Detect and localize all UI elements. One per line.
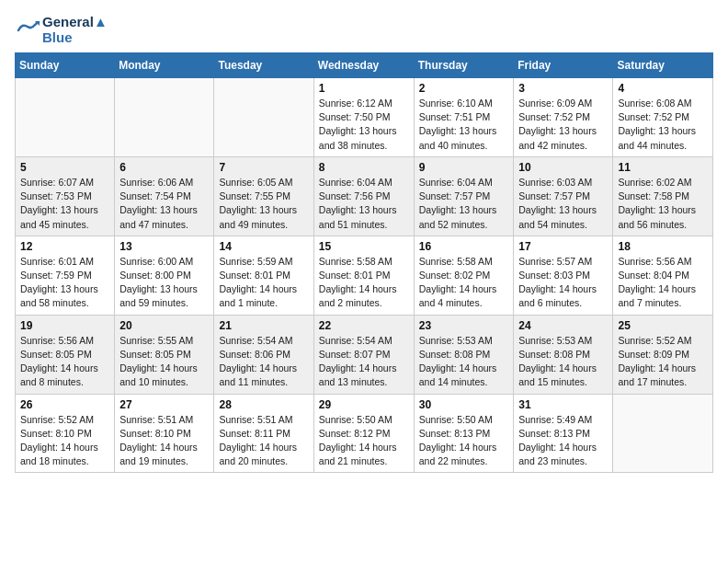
- day-info: Sunrise: 6:00 AM Sunset: 8:00 PM Dayligh…: [119, 255, 209, 311]
- calendar-cell: 14Sunrise: 5:59 AM Sunset: 8:01 PM Dayli…: [214, 236, 313, 315]
- day-info: Sunrise: 5:58 AM Sunset: 8:01 PM Dayligh…: [319, 255, 409, 311]
- calendar-week-row: 19Sunrise: 5:56 AM Sunset: 8:05 PM Dayli…: [16, 315, 713, 394]
- day-number: 14: [219, 240, 308, 253]
- weekday-header-saturday: Saturday: [613, 53, 713, 78]
- day-info: Sunrise: 6:04 AM Sunset: 7:56 PM Dayligh…: [319, 176, 409, 232]
- day-info: Sunrise: 5:49 AM Sunset: 8:13 PM Dayligh…: [518, 413, 608, 469]
- day-info: Sunrise: 6:09 AM Sunset: 7:52 PM Dayligh…: [518, 97, 608, 153]
- logo-icon: [15, 17, 40, 43]
- day-number: 25: [618, 319, 708, 332]
- calendar-cell: 20Sunrise: 5:55 AM Sunset: 8:05 PM Dayli…: [115, 315, 214, 394]
- calendar-week-row: 1Sunrise: 6:12 AM Sunset: 7:50 PM Daylig…: [16, 78, 713, 157]
- calendar-cell: 17Sunrise: 5:57 AM Sunset: 8:03 PM Dayli…: [514, 236, 613, 315]
- day-number: 23: [419, 319, 509, 332]
- day-number: 27: [119, 398, 209, 411]
- weekday-header-monday: Monday: [115, 53, 214, 78]
- calendar-cell: 6Sunrise: 6:06 AM Sunset: 7:54 PM Daylig…: [115, 156, 214, 236]
- calendar-cell: 28Sunrise: 5:51 AM Sunset: 8:11 PM Dayli…: [214, 394, 313, 473]
- calendar-cell: 29Sunrise: 5:50 AM Sunset: 8:12 PM Dayli…: [313, 394, 414, 473]
- day-number: 7: [219, 161, 308, 174]
- day-info: Sunrise: 5:54 AM Sunset: 8:06 PM Dayligh…: [219, 334, 308, 390]
- day-number: 11: [618, 161, 708, 174]
- day-info: Sunrise: 5:52 AM Sunset: 8:10 PM Dayligh…: [20, 413, 109, 469]
- day-number: 1: [319, 82, 409, 95]
- calendar-cell: 8Sunrise: 6:04 AM Sunset: 7:56 PM Daylig…: [313, 156, 414, 236]
- day-info: Sunrise: 6:07 AM Sunset: 7:53 PM Dayligh…: [20, 176, 109, 232]
- calendar-cell: 22Sunrise: 5:54 AM Sunset: 8:07 PM Dayli…: [313, 315, 414, 394]
- weekday-header-row: SundayMondayTuesdayWednesdayThursdayFrid…: [16, 53, 713, 78]
- day-number: 19: [20, 319, 109, 332]
- day-info: Sunrise: 6:12 AM Sunset: 7:50 PM Dayligh…: [319, 97, 409, 153]
- day-number: 15: [319, 240, 409, 253]
- weekday-header-friday: Friday: [514, 53, 613, 78]
- calendar-cell: 10Sunrise: 6:03 AM Sunset: 7:57 PM Dayli…: [514, 156, 613, 236]
- calendar-cell: 16Sunrise: 5:58 AM Sunset: 8:02 PM Dayli…: [414, 236, 514, 315]
- day-info: Sunrise: 5:50 AM Sunset: 8:13 PM Dayligh…: [419, 413, 509, 469]
- weekday-header-wednesday: Wednesday: [313, 53, 414, 78]
- day-info: Sunrise: 5:55 AM Sunset: 8:05 PM Dayligh…: [119, 334, 209, 390]
- day-info: Sunrise: 5:50 AM Sunset: 8:12 PM Dayligh…: [319, 413, 409, 469]
- calendar-cell: 25Sunrise: 5:52 AM Sunset: 8:09 PM Dayli…: [613, 315, 713, 394]
- day-info: Sunrise: 6:04 AM Sunset: 7:57 PM Dayligh…: [419, 176, 509, 232]
- calendar-cell: [16, 78, 115, 157]
- day-number: 16: [419, 240, 509, 253]
- calendar-cell: 13Sunrise: 6:00 AM Sunset: 8:00 PM Dayli…: [115, 236, 214, 315]
- calendar-cell: 18Sunrise: 5:56 AM Sunset: 8:04 PM Dayli…: [613, 236, 713, 315]
- day-info: Sunrise: 5:56 AM Sunset: 8:04 PM Dayligh…: [618, 255, 708, 311]
- calendar-cell: 31Sunrise: 5:49 AM Sunset: 8:13 PM Dayli…: [514, 394, 613, 473]
- day-number: 31: [518, 398, 608, 411]
- day-number: 13: [119, 240, 209, 253]
- calendar-cell: 21Sunrise: 5:54 AM Sunset: 8:06 PM Dayli…: [214, 315, 313, 394]
- day-number: 3: [518, 82, 608, 95]
- day-number: 28: [219, 398, 308, 411]
- calendar-cell: 9Sunrise: 6:04 AM Sunset: 7:57 PM Daylig…: [414, 156, 514, 236]
- day-info: Sunrise: 6:10 AM Sunset: 7:51 PM Dayligh…: [419, 97, 509, 153]
- day-info: Sunrise: 5:58 AM Sunset: 8:02 PM Dayligh…: [419, 255, 509, 311]
- day-info: Sunrise: 5:51 AM Sunset: 8:10 PM Dayligh…: [119, 413, 209, 469]
- calendar-cell: 27Sunrise: 5:51 AM Sunset: 8:10 PM Dayli…: [115, 394, 214, 473]
- page-header: General▲ Blue: [15, 15, 713, 45]
- day-number: 20: [119, 319, 209, 332]
- day-info: Sunrise: 5:53 AM Sunset: 8:08 PM Dayligh…: [518, 334, 608, 390]
- calendar-cell: 15Sunrise: 5:58 AM Sunset: 8:01 PM Dayli…: [313, 236, 414, 315]
- day-info: Sunrise: 5:59 AM Sunset: 8:01 PM Dayligh…: [219, 255, 308, 311]
- calendar-cell: 19Sunrise: 5:56 AM Sunset: 8:05 PM Dayli…: [16, 315, 115, 394]
- calendar-cell: 30Sunrise: 5:50 AM Sunset: 8:13 PM Dayli…: [414, 394, 514, 473]
- day-number: 4: [618, 82, 708, 95]
- day-number: 12: [20, 240, 109, 253]
- day-number: 21: [219, 319, 308, 332]
- day-info: Sunrise: 5:57 AM Sunset: 8:03 PM Dayligh…: [518, 255, 608, 311]
- day-number: 9: [419, 161, 509, 174]
- day-info: Sunrise: 5:51 AM Sunset: 8:11 PM Dayligh…: [219, 413, 308, 469]
- day-info: Sunrise: 6:01 AM Sunset: 7:59 PM Dayligh…: [20, 255, 109, 311]
- logo: General▲ Blue: [15, 15, 108, 45]
- day-number: 8: [319, 161, 409, 174]
- day-number: 24: [518, 319, 608, 332]
- calendar-table: SundayMondayTuesdayWednesdayThursdayFrid…: [15, 52, 713, 473]
- calendar-cell: 5Sunrise: 6:07 AM Sunset: 7:53 PM Daylig…: [16, 156, 115, 236]
- weekday-header-sunday: Sunday: [16, 53, 115, 78]
- logo-text-line1: General▲: [42, 15, 108, 30]
- day-info: Sunrise: 5:56 AM Sunset: 8:05 PM Dayligh…: [20, 334, 109, 390]
- day-number: 17: [518, 240, 608, 253]
- calendar-cell: 4Sunrise: 6:08 AM Sunset: 7:52 PM Daylig…: [613, 78, 713, 157]
- calendar-cell: 11Sunrise: 6:02 AM Sunset: 7:58 PM Dayli…: [613, 156, 713, 236]
- day-info: Sunrise: 5:54 AM Sunset: 8:07 PM Dayligh…: [319, 334, 409, 390]
- day-number: 26: [20, 398, 109, 411]
- day-number: 18: [618, 240, 708, 253]
- calendar-cell: 3Sunrise: 6:09 AM Sunset: 7:52 PM Daylig…: [514, 78, 613, 157]
- day-info: Sunrise: 5:53 AM Sunset: 8:08 PM Dayligh…: [419, 334, 509, 390]
- calendar-cell: 24Sunrise: 5:53 AM Sunset: 8:08 PM Dayli…: [514, 315, 613, 394]
- calendar-cell: [115, 78, 214, 157]
- weekday-header-thursday: Thursday: [414, 53, 514, 78]
- day-number: 10: [518, 161, 608, 174]
- day-info: Sunrise: 5:52 AM Sunset: 8:09 PM Dayligh…: [618, 334, 708, 390]
- day-info: Sunrise: 6:08 AM Sunset: 7:52 PM Dayligh…: [618, 97, 708, 153]
- weekday-header-tuesday: Tuesday: [214, 53, 313, 78]
- day-number: 2: [419, 82, 509, 95]
- day-number: 5: [20, 161, 109, 174]
- day-info: Sunrise: 6:05 AM Sunset: 7:55 PM Dayligh…: [219, 176, 308, 232]
- day-number: 30: [419, 398, 509, 411]
- calendar-cell: [613, 394, 713, 473]
- calendar-cell: 7Sunrise: 6:05 AM Sunset: 7:55 PM Daylig…: [214, 156, 313, 236]
